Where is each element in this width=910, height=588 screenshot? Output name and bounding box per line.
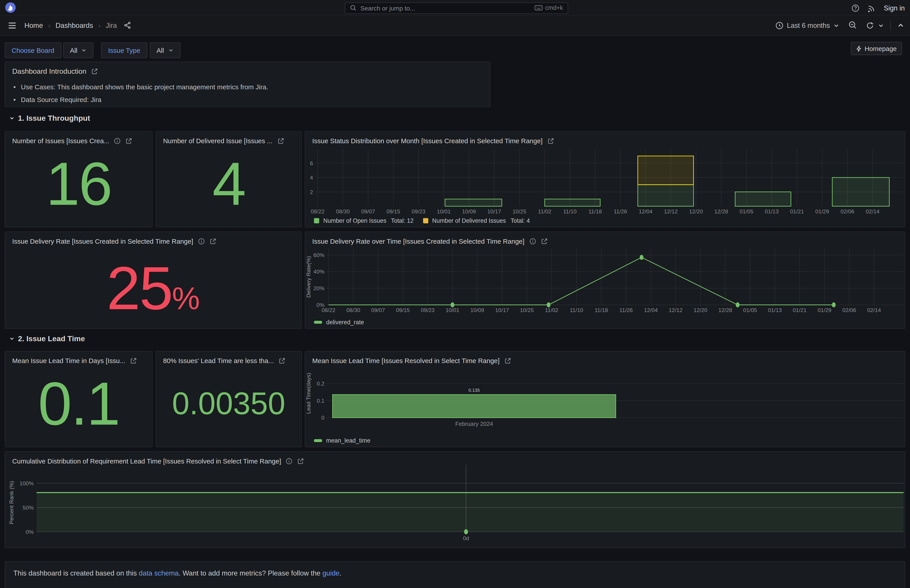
svg-text:11/10: 11/10 [563,208,577,215]
svg-text:0%: 0% [317,302,325,308]
legend-label[interactable]: Number of Open Issues [323,218,386,224]
search-input[interactable]: Search or jump to... cmd+k [345,2,568,14]
keyboard-icon [535,5,543,11]
svg-text:08/22: 08/22 [322,307,335,313]
legend-swatch [314,321,322,324]
svg-text:10/01: 10/01 [446,307,459,313]
legend-label[interactable]: delivered_rate [326,319,364,326]
issue-type-button[interactable]: Issue Type [101,42,147,58]
status-distribution-chart[interactable]: 08/2208/3009/0709/1509/2310/0110/0910/17… [305,132,906,216]
board-select-value: All [70,47,77,54]
data-schema-link[interactable]: data schema [139,569,179,577]
grafana-logo-icon[interactable] [5,2,16,13]
rss-icon[interactable] [868,4,876,12]
panel-delivery-rate: Issue Delivery Rate [Issues Created in S… [5,231,302,329]
collapse-bar-icon[interactable] [897,22,904,29]
chevron-down-icon [81,48,86,53]
svg-text:0.135: 0.135 [469,388,480,393]
legend-label[interactable]: mean_lead_time [326,438,370,444]
svg-text:08/22: 08/22 [311,208,325,215]
panel-dashboard-introduction: Dashboard Introduction •Use Cases: This … [5,61,490,107]
breadcrumb-dashboards[interactable]: Dashboards [55,21,93,29]
delivery-rate-chart[interactable]: 08/2208/3009/0709/1509/2310/0110/0910/17… [305,232,906,317]
search-shortcut: cmd+k [545,5,563,11]
svg-text:11/26: 11/26 [614,208,627,215]
chart-legend: mean_lead_time [314,438,370,444]
help-icon[interactable] [852,4,860,12]
svg-text:01/13: 01/13 [768,307,782,313]
cumulative-distribution-chart[interactable]: 0%50%100%Percent Rank (%)0d [5,452,906,549]
chevron-right-icon: › [98,22,100,29]
refresh-interval-dropdown[interactable] [878,23,884,28]
svg-text:Delivery Rate(%): Delivery Rate(%) [305,256,312,298]
svg-text:6: 6 [310,160,313,166]
svg-text:08/30: 08/30 [346,307,360,313]
stat-unit: % [172,283,200,314]
svg-text:01/29: 01/29 [815,208,829,215]
svg-text:10/25: 10/25 [512,208,526,215]
svg-text:0d: 0d [463,535,469,541]
dashboard-variables: Choose Board All Issue Type All [5,42,180,58]
sign-in-button[interactable]: Sign in [884,4,905,12]
zoom-out-icon[interactable] [849,21,857,30]
share-icon[interactable] [124,22,131,29]
chevron-down-icon [833,23,839,28]
panel-mean-lead-days: Mean Issue Lead Time in Days [Issu... 0.… [5,351,153,447]
panel-delivery-rate-over-time: Issue Delivery Rate over Time [Issues Cr… [305,231,905,329]
choose-board-button[interactable]: Choose Board [5,42,61,58]
mean-lead-time-chart[interactable]: 00.10.2Lead Time(days)0.135February 2024 [305,352,906,436]
svg-text:12/28: 12/28 [718,307,732,313]
legend-label[interactable]: Number of Delivered Issues [432,218,506,224]
svg-text:10/25: 10/25 [520,307,534,313]
issue-type-select-value: All [157,47,164,54]
guide-link[interactable]: guide [322,569,339,577]
section-label: 1. Issue Throughput [18,114,90,123]
board-select[interactable]: All [63,42,94,58]
stat-value: 0.00350 [172,388,285,419]
panel-cumulative-distribution: Cumulative Distribution of Requirement L… [5,451,905,548]
panel-p80-lead-time: 80% Issues' Lead Time are less tha... 0.… [155,351,302,447]
svg-text:02/06: 02/06 [842,307,856,313]
svg-text:60%: 60% [313,252,325,258]
breadcrumb-home[interactable]: Home [24,21,43,29]
chart-legend: delivered_rate [314,319,364,326]
svg-text:01/21: 01/21 [793,307,807,313]
panel-footer: This dashboard is created based on this … [5,561,905,588]
chevron-down-icon [10,336,15,341]
svg-text:09/15: 09/15 [396,307,410,313]
svg-text:10/17: 10/17 [487,208,501,215]
svg-text:12/04: 12/04 [644,307,658,313]
svg-text:01/21: 01/21 [790,208,804,215]
panel-number-of-issues: Number of Issues [Issues Crea... 16 [5,131,153,228]
svg-text:0.2: 0.2 [317,381,325,387]
section-issue-throughput[interactable]: 1. Issue Throughput [10,114,90,123]
homepage-label: Homepage [865,45,897,52]
chevron-down-icon [10,115,15,121]
panel-status-distribution: Issue Status Distribution over Month [Is… [305,131,905,228]
external-link-icon[interactable] [91,68,98,75]
intro-bullet: Use Cases: This dashboard shows the basi… [21,82,268,92]
section-issue-lead-time[interactable]: 2. Issue Lead Time [10,334,85,343]
stat-value: 0.1 [38,373,120,433]
svg-text:10/01: 10/01 [437,208,451,215]
stat-value: 25 [107,257,172,318]
bolt-icon [856,45,862,52]
issue-type-select[interactable]: All [150,42,180,58]
refresh-icon[interactable] [866,21,874,29]
menu-icon[interactable] [8,22,16,29]
search-placeholder: Search or jump to... [360,5,535,11]
svg-text:12/28: 12/28 [714,208,728,215]
panel-title: Dashboard Introduction [12,67,86,75]
chevron-down-icon [168,48,173,53]
section-label: 2. Issue Lead Time [18,334,85,343]
homepage-button[interactable]: Homepage [851,42,902,55]
svg-text:50%: 50% [23,505,34,511]
svg-text:2: 2 [310,189,313,195]
svg-text:12/12: 12/12 [664,208,678,215]
svg-text:01/29: 01/29 [818,307,831,313]
svg-text:10/17: 10/17 [495,307,509,313]
time-range-picker[interactable]: Last 6 months [775,21,839,29]
legend-swatch-open [314,218,319,223]
svg-text:09/15: 09/15 [386,208,400,215]
svg-text:0: 0 [321,415,325,421]
